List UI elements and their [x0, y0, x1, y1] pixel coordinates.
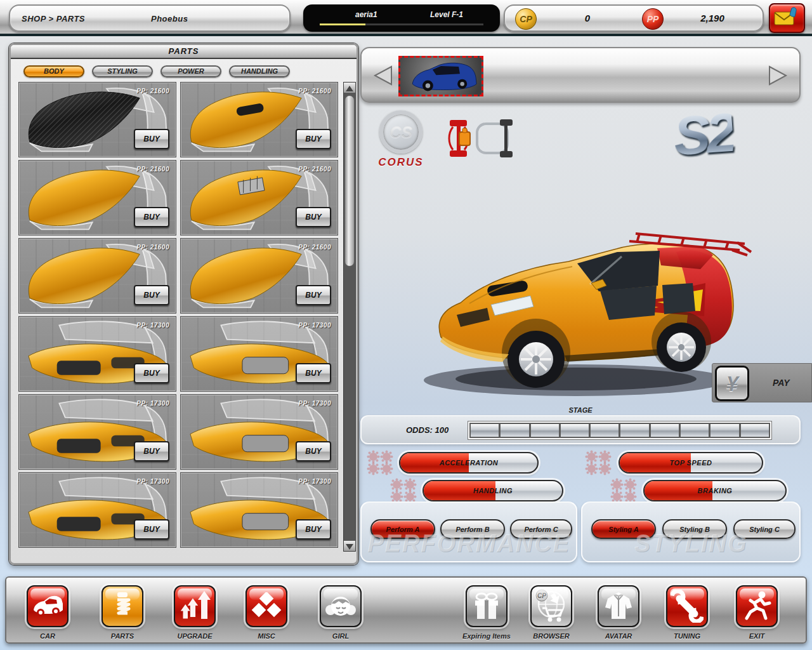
girl-button[interactable] — [320, 585, 362, 627]
stat-label: TOP SPEED — [620, 453, 762, 472]
part-item: PP: 21600BUY — [18, 238, 176, 314]
part-price: PP: 17300 — [298, 322, 331, 329]
parts-scrollbar[interactable] — [343, 82, 356, 552]
player-level: Level F-1 — [430, 10, 463, 19]
parts-panel-title: PARTS — [11, 45, 357, 59]
tuning-button[interactable] — [666, 585, 708, 627]
stat-bar-acceleration: ACCELERATION — [399, 452, 539, 474]
svg-text:CP: CP — [537, 592, 546, 599]
carousel-left-arrow-icon[interactable] — [372, 65, 395, 88]
stage-segment — [741, 424, 769, 437]
styling-c-button[interactable]: Styling C — [733, 519, 796, 539]
upgrade-button[interactable] — [174, 585, 216, 627]
buy-button[interactable]: BUY — [134, 363, 169, 383]
exit-button[interactable] — [736, 585, 778, 627]
part-item: PP: 21600BUY — [180, 82, 338, 157]
car-preview-image — [406, 189, 761, 405]
part-price: PP: 21600 — [136, 88, 169, 95]
perform-b-button[interactable]: Perform B — [440, 519, 505, 539]
girl-icon — [325, 591, 357, 621]
expiring-items-button[interactable] — [466, 585, 508, 627]
scroll-up-icon[interactable] — [344, 83, 355, 93]
parts-button-label: PARTS — [84, 632, 160, 640]
buy-button[interactable]: BUY — [296, 519, 331, 540]
stat-bar-top-speed: TOP SPEED — [619, 452, 763, 474]
avatar-button-label: AVATAR — [580, 632, 657, 640]
pp-coin-icon: PP — [642, 8, 664, 30]
gift-box-icon — [471, 591, 502, 621]
performance-panel: Perform A Perform B Perform C PERFORMANC… — [360, 501, 577, 562]
buy-button[interactable]: BUY — [134, 207, 169, 227]
misc-button-label: MISC — [228, 632, 304, 640]
buy-button[interactable]: BUY — [296, 363, 331, 383]
parts-tabs: BODY STYLING POWER HANDLING — [11, 60, 357, 82]
xp-bar-fill — [320, 23, 365, 25]
avatar-button[interactable] — [598, 585, 639, 627]
cp-balance: 0 — [543, 13, 632, 23]
part-price: PP: 21600 — [298, 166, 331, 173]
game-shop-screen: SHOP > PARTS Phoebus aeria1 Level F-1 CP… — [0, 0, 812, 650]
car-button[interactable] — [27, 585, 69, 627]
perform-c-button[interactable]: Perform C — [510, 519, 572, 539]
buy-button[interactable]: BUY — [134, 129, 169, 149]
car-carousel — [360, 47, 801, 103]
blue-car-thumbnail-icon — [400, 58, 481, 95]
tab-body[interactable]: BODY — [23, 65, 84, 77]
odds-label: ODDS: 100 — [406, 425, 449, 435]
tab-handling[interactable]: HANDLING — [229, 65, 290, 77]
part-price: PP: 17300 — [298, 478, 331, 485]
part-price: PP: 17300 — [298, 400, 331, 407]
mail-button[interactable] — [769, 3, 805, 33]
part-item: PP: 17300BUY — [180, 472, 338, 548]
cp-coin-icon: CP — [515, 8, 537, 30]
pay-label: PAY — [773, 378, 790, 388]
part-item: PP: 21600BUY — [18, 160, 176, 235]
front-wheel — [508, 331, 565, 388]
stage-segment — [501, 424, 528, 437]
part-price: PP: 21600 — [298, 88, 331, 95]
wallet-pill: CP 0 PP 2,190 — [504, 4, 764, 32]
buy-button[interactable]: BUY — [134, 285, 169, 305]
buy-button[interactable]: BUY — [296, 129, 331, 149]
misc-diamonds-icon — [250, 592, 283, 620]
brand-emblem-icon: CS — [379, 110, 422, 154]
buy-button[interactable]: BUY — [296, 285, 331, 305]
stage-title: STAGE — [360, 406, 801, 414]
part-item: PP: 17300BUY — [180, 316, 338, 392]
buy-button[interactable]: BUY — [296, 207, 331, 227]
tuning-button-label: TUNING — [649, 632, 725, 640]
browser-button-label: BROWSER — [513, 632, 589, 640]
car-thumbnail-selected[interactable] — [398, 56, 483, 96]
upgrade-button-label: UPGRADE — [157, 632, 233, 640]
upgrade-arrows-icon — [178, 591, 211, 621]
player-name: aeria1 — [355, 10, 377, 19]
buy-button[interactable]: BUY — [134, 519, 169, 540]
scrollbar-thumb[interactable] — [344, 95, 355, 267]
scroll-down-icon[interactable] — [344, 541, 355, 551]
part-price: PP: 17300 — [136, 322, 169, 329]
carousel-right-arrow-icon[interactable] — [766, 65, 789, 88]
perform-a-button[interactable]: Perform A — [370, 519, 435, 539]
part-price: PP: 17300 — [136, 400, 169, 407]
part-item: PP: 17300BUY — [18, 472, 176, 548]
car-icon — [31, 594, 64, 619]
breadcrumb: SHOP > PARTS — [22, 14, 85, 23]
misc-button[interactable] — [246, 585, 287, 627]
stat-label: ACCELERATION — [400, 453, 537, 472]
parts-button[interactable] — [102, 585, 143, 627]
browser-button[interactable]: CP — [530, 585, 572, 627]
styling-a-button[interactable]: Styling A — [591, 519, 656, 539]
stat-gear-icons — [390, 479, 417, 503]
tab-styling[interactable]: STYLING — [92, 65, 153, 77]
yen-pay-button[interactable]: ¥ — [715, 366, 749, 401]
buy-button[interactable]: BUY — [296, 441, 331, 461]
buy-button[interactable]: BUY — [134, 441, 169, 461]
exit-button-label: EXIT — [719, 632, 795, 640]
tab-power[interactable]: POWER — [160, 65, 221, 77]
model-badge: S2 — [672, 101, 735, 168]
styling-b-button[interactable]: Styling B — [662, 519, 727, 539]
screw-parts-icon — [111, 591, 134, 621]
rear-wheel — [657, 322, 706, 372]
wrench-icon — [671, 590, 704, 623]
stage-segment — [471, 424, 499, 437]
